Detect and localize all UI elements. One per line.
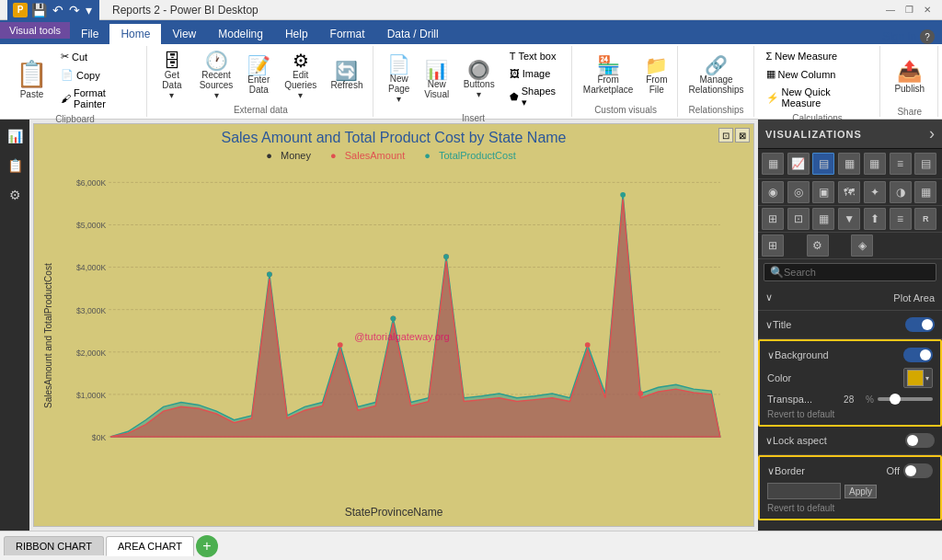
viz-icon-misc2[interactable]: ⚙ [807, 234, 829, 257]
redo-button[interactable]: ↷ [67, 1, 82, 19]
new-measure-icon: Σ [766, 51, 773, 62]
lock-aspect-toggle-container[interactable] [905, 433, 935, 448]
viz-icon-stacked-bar[interactable]: ▦ [762, 153, 784, 175]
save-button[interactable]: 💾 [29, 1, 49, 19]
viz-icon-gauge[interactable]: ◑ [890, 181, 912, 203]
viz-icon-table[interactable]: ⊞ [762, 208, 784, 230]
new-quick-measure-button[interactable]: ⚡ New Quick Measure [762, 84, 874, 111]
enter-data-button[interactable]: 📝 EnterData [243, 53, 274, 97]
get-data-button[interactable]: 🗄 GetData ▾ [155, 49, 190, 103]
paste-button[interactable]: 📋 Paste [9, 57, 54, 103]
visualizations-panel: VISUALIZATIONS › ▦ 📈 ▤ ▦ ▦ ≡ ▤ ◉ ◎ ▣ 🗺 ✦… [758, 120, 942, 531]
undo-button[interactable]: ↶ [51, 1, 65, 19]
background-toggle-container[interactable] [903, 348, 933, 362]
viz-icon-100pct[interactable]: ▤ [914, 153, 936, 175]
viz-icon-clustered-bar[interactable]: ▦ [838, 153, 860, 175]
shapes-button[interactable]: ⬟ Shapes ▾ [505, 83, 567, 111]
viz-icon-waterfall[interactable]: ▦ [812, 208, 834, 230]
new-column-button[interactable]: ▦ New Column [762, 65, 841, 83]
text-box-icon: T [510, 51, 516, 62]
border-revert-link[interactable]: Revert to default [767, 501, 933, 515]
from-file-button[interactable]: 📁 FromFile [640, 53, 672, 97]
title-header[interactable]: ∨ Title [765, 314, 935, 335]
resize-btn-1[interactable]: ⊡ [718, 128, 733, 143]
sidebar-btn-1[interactable]: 📊 [2, 123, 28, 149]
tab-area-chart[interactable]: AREA CHART [106, 536, 194, 556]
viz-icon-pie[interactable]: ◉ [762, 181, 784, 203]
window-title: Reports 2 - Power BI Desktop [105, 4, 266, 17]
tab-data-drill[interactable]: Data / Drill [376, 24, 450, 44]
viz-icon-misc3[interactable]: ◈ [851, 234, 873, 257]
viz-icon-funnel[interactable]: ▼ [838, 208, 860, 230]
tab-home[interactable]: Home [109, 24, 161, 44]
viz-icon-matrix[interactable]: ⊡ [787, 208, 810, 230]
tab-view[interactable]: View [161, 24, 207, 44]
viz-icon-clustered-col[interactable]: ▦ [864, 153, 886, 175]
publish-icon: 📤 [897, 60, 922, 84]
new-visual-button[interactable]: 📊 NewVisual [420, 58, 454, 102]
background-toggle[interactable] [903, 348, 933, 362]
minimize-button[interactable]: — [883, 3, 898, 17]
publish-button[interactable]: 📤 Publish [887, 48, 933, 105]
viz-icon-card[interactable]: ▦ [914, 181, 936, 203]
viz-icon-area[interactable]: ▤ [812, 153, 834, 175]
buttons-button[interactable]: 🔘 Buttons ▾ [456, 58, 502, 102]
background-revert-link[interactable]: Revert to default [767, 407, 933, 421]
tab-ribbon-chart[interactable]: RIBBON CHART [4, 536, 104, 555]
manage-relationships-button[interactable]: 🔗 ManageRelationships [684, 53, 749, 97]
search-input[interactable] [784, 267, 930, 278]
tab-modeling[interactable]: Modeling [207, 24, 274, 44]
border-header[interactable]: ∨ Border Off [767, 461, 933, 481]
format-painter-button[interactable]: 🖌 Format Painter [56, 85, 141, 112]
tab-help[interactable]: Help [274, 24, 319, 44]
title-toggle-on[interactable] [905, 317, 935, 332]
lock-aspect-header[interactable]: ∨ Lock aspect [765, 430, 935, 451]
add-tab-button[interactable]: + [196, 535, 218, 557]
tab-format[interactable]: Format [319, 24, 376, 44]
border-apply-button[interactable]: Apply [844, 485, 877, 498]
edit-queries-button[interactable]: ⚙ EditQueries ▾ [277, 49, 324, 103]
search-box[interactable]: 🔍 [764, 263, 936, 281]
viz-icon-map[interactable]: 🗺 [838, 181, 860, 203]
viz-icon-custom-r[interactable]: R [914, 208, 936, 230]
viz-icon-kpi[interactable]: ⬆ [864, 208, 886, 230]
tab-file[interactable]: File [70, 24, 109, 44]
viz-icon-stacked-col[interactable]: ≡ [890, 153, 912, 175]
close-button[interactable]: ✕ [920, 3, 935, 17]
quick-access-menu[interactable]: ▾ [84, 1, 94, 19]
enter-data-icon: 📝 [247, 56, 270, 74]
refresh-button[interactable]: 🔄 Refresh [327, 59, 367, 93]
background-color-button[interactable]: ▾ [903, 368, 933, 388]
viz-icon-donut[interactable]: ◎ [787, 181, 810, 203]
signin-area[interactable]: Sign in ? [875, 29, 942, 44]
sidebar-btn-2[interactable]: 📋 [2, 153, 28, 178]
new-page-button[interactable]: 📄 NewPage ▾ [381, 52, 418, 107]
text-box-button[interactable]: T Text box [505, 48, 567, 64]
title-toggle[interactable] [905, 317, 935, 332]
cut-button[interactable]: ✂ Cut [56, 48, 141, 65]
insert-text-group: T Text box 🖼 Image ⬟ Shapes ▾ [505, 48, 567, 111]
viz-icon-line[interactable]: 📈 [787, 153, 810, 175]
paste-label: Paste [20, 89, 44, 99]
from-marketplace-button[interactable]: 🏪 FromMarketplace [579, 53, 638, 97]
copy-button[interactable]: 📄 Copy [56, 66, 141, 84]
background-header[interactable]: ∨ Background [767, 345, 933, 365]
plot-area-header[interactable]: ∨ Plot Area [765, 289, 935, 306]
viz-icon-misc1[interactable]: ⊞ [762, 234, 784, 257]
transparency-slider[interactable] [878, 397, 933, 401]
new-measure-button[interactable]: Σ New Measure [762, 48, 843, 64]
title-chevron: ∨ [765, 319, 773, 331]
viz-icon-treemap[interactable]: ▣ [812, 181, 834, 203]
resize-btn-2[interactable]: ⊠ [735, 128, 750, 143]
recent-sources-button[interactable]: 🕐 RecentSources ▾ [192, 49, 241, 103]
viz-panel-expand[interactable]: › [929, 124, 935, 143]
border-color-swatch [767, 483, 841, 499]
viz-icon-slicer[interactable]: ≡ [890, 208, 912, 230]
chart-container: ⊡ ⊠ Sales Amount and Total Product Cost … [29, 120, 758, 531]
maximize-button[interactable]: ❐ [902, 3, 916, 17]
border-toggle[interactable] [903, 463, 933, 478]
viz-icon-scatter[interactable]: ✦ [864, 181, 886, 203]
sidebar-btn-3[interactable]: ⚙ [2, 182, 28, 208]
lock-aspect-toggle[interactable] [905, 433, 935, 448]
image-button[interactable]: 🖼 Image [505, 65, 567, 82]
